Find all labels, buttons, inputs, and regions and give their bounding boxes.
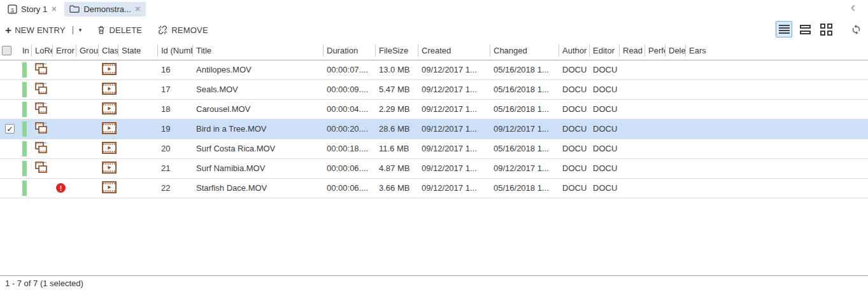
cell-created: 09/12/2017 1... <box>418 139 490 158</box>
cell-duration: 00:00:20.... <box>324 119 376 139</box>
lores-filmstrip-icon <box>35 83 47 94</box>
close-icon[interactable]: ✕ <box>51 6 57 13</box>
cell-state <box>118 178 158 198</box>
lores-filmstrip-icon <box>35 142 47 153</box>
delete-button[interactable]: DELETE <box>97 25 142 35</box>
column-header-select[interactable] <box>0 42 19 60</box>
cell-author: DOCU <box>559 60 590 79</box>
column-header-state[interactable]: State <box>118 42 158 60</box>
cell-filesize: 4.87 MB <box>376 158 418 178</box>
column-label: Created <box>418 45 490 57</box>
lores-filmstrip-icon <box>35 122 47 134</box>
column-header-id[interactable]: Id (Numb <box>158 42 193 60</box>
in-indicator <box>22 141 27 156</box>
column-header-lores[interactable]: LoRe <box>32 42 53 60</box>
tab-bar: s Story 1 ✕ Demonstra... ✕ <box>0 0 868 18</box>
cell-error: ! <box>53 178 76 198</box>
table-row[interactable]: 20Surf Costa Rica.MOV00:00:18....11.6 MB… <box>0 139 868 158</box>
cell-changed: 05/16/2018 1... <box>490 79 559 99</box>
cell-lores <box>32 99 53 119</box>
cell-in <box>19 178 32 198</box>
chevron-down-icon[interactable]: ▾ <box>79 27 82 33</box>
column-header-title[interactable]: Title <box>193 42 324 60</box>
collapse-panel-chevron-icon[interactable]: ‹ <box>851 1 855 14</box>
cell-delet <box>665 139 686 158</box>
split-button-divider <box>73 26 73 34</box>
cell-class <box>99 178 118 198</box>
table-row[interactable]: 18Carousel.MOV00:00:04....2.29 MB09/12/2… <box>0 99 868 119</box>
lores-filmstrip-icon <box>35 162 47 173</box>
remove-button[interactable]: REMOVE <box>157 25 208 35</box>
column-header-perfe[interactable]: Perfe <box>645 42 665 60</box>
column-header-changed[interactable]: Changed <box>490 42 559 60</box>
cell-delet <box>665 99 686 119</box>
column-header-duration[interactable]: Duration <box>324 42 376 60</box>
cell-ears <box>686 178 868 198</box>
cell-read <box>620 158 645 178</box>
column-header-read[interactable]: Read <box>620 42 645 60</box>
grid-view-button[interactable] <box>818 21 834 38</box>
video-class-icon <box>102 63 117 75</box>
table-row[interactable]: ✓19Bird in a Tree.MOV00:00:20....28.6 MB… <box>0 119 868 139</box>
cell-group <box>76 79 99 99</box>
select-all-checkbox[interactable] <box>2 46 11 55</box>
cell-state <box>118 60 158 79</box>
cell-group <box>76 60 99 79</box>
cell-delet <box>665 60 686 79</box>
table-row[interactable]: 16Antilopes.MOV00:00:07....13.0 MB09/12/… <box>0 60 868 79</box>
cell-ears <box>686 99 868 119</box>
cell-perfe <box>645 99 665 119</box>
result-count: 1 - 7 of 7 (1 selected) <box>5 279 83 288</box>
cell-group <box>76 178 99 198</box>
table-row[interactable]: !22Starfish Dace.MOV00:00:06....3.66 MB0… <box>0 178 868 198</box>
cell-group <box>76 158 99 178</box>
cell-ears <box>686 119 868 139</box>
cell-state <box>118 119 158 139</box>
new-entry-button[interactable]: + NEW ENTRY ▾ <box>5 25 82 36</box>
cell-delet <box>665 79 686 99</box>
cell-state <box>118 99 158 119</box>
cell-filesize: 3.66 MB <box>376 178 418 198</box>
cell-read <box>620 60 645 79</box>
tab-story-1[interactable]: s Story 1 ✕ <box>3 2 62 17</box>
cell-select <box>0 158 19 178</box>
cell-lores <box>32 60 53 79</box>
new-entry-label: NEW ENTRY <box>15 25 66 35</box>
svg-text:s: s <box>11 6 13 12</box>
delete-label: DELETE <box>109 25 142 35</box>
cell-select: ✓ <box>0 119 19 139</box>
cell-ears <box>686 60 868 79</box>
row-checkbox[interactable]: ✓ <box>5 124 15 134</box>
column-header-class[interactable]: Class <box>99 42 118 60</box>
column-header-created[interactable]: Created <box>418 42 490 60</box>
cell-author: DOCU <box>559 79 590 99</box>
cell-lores <box>32 158 53 178</box>
cell-error <box>53 60 76 79</box>
list-view-button[interactable] <box>776 21 792 38</box>
split-view-button[interactable] <box>797 21 813 38</box>
cell-created: 09/12/2017 1... <box>418 60 490 79</box>
column-header-filesize[interactable]: FileSize <box>376 42 418 60</box>
column-header-editor[interactable]: Editor <box>590 42 620 60</box>
cell-in <box>19 158 32 178</box>
column-header-error[interactable]: Error <box>53 42 76 60</box>
toolbar: + NEW ENTRY ▾ DELETE REMOVE <box>0 19 868 41</box>
cell-changed: 09/12/2017 1... <box>490 158 559 178</box>
cell-id: 19 <box>158 119 193 139</box>
tab-demonstration[interactable]: Demonstra... ✕ <box>64 2 146 17</box>
video-class-icon <box>102 122 117 134</box>
column-header-delet[interactable]: Delet <box>665 42 686 60</box>
cell-changed: 05/16/2018 1... <box>490 99 559 119</box>
column-header-in[interactable]: In <box>19 42 32 60</box>
cell-title: Antilopes.MOV <box>193 60 324 79</box>
cell-filesize: 2.29 MB <box>376 99 418 119</box>
checkmark-icon: ✓ <box>6 125 13 134</box>
refresh-button[interactable] <box>851 24 862 35</box>
cell-in <box>19 119 32 139</box>
column-header-ears[interactable]: Ears <box>686 42 868 60</box>
table-row[interactable]: 21Surf Namibia.MOV00:00:06....4.87 MB09/… <box>0 158 868 178</box>
table-row[interactable]: 17Seals.MOV00:00:09....5.47 MB09/12/2017… <box>0 79 868 99</box>
close-icon[interactable]: ✕ <box>135 6 141 13</box>
column-header-group[interactable]: Grou <box>76 42 99 60</box>
column-header-author[interactable]: Author <box>559 42 590 60</box>
